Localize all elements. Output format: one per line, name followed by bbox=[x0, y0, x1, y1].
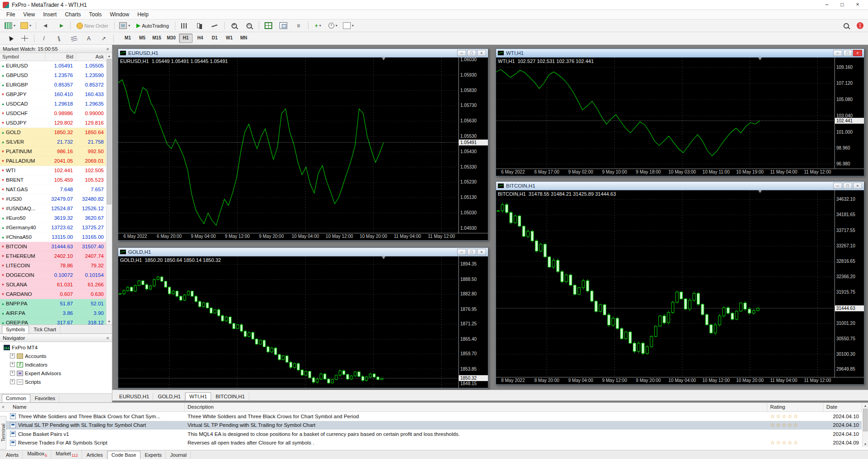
market-watch-row[interactable]: ▼NAT.GAS7.6487.657 bbox=[0, 185, 106, 194]
market-watch-row[interactable]: ▲EURGBP0.853570.85372 bbox=[0, 80, 106, 90]
navigator-tab-favorites[interactable]: Favorites bbox=[31, 394, 59, 402]
scroll-up-icon[interactable]: ▲ bbox=[106, 53, 112, 59]
chart-close-button[interactable]: × bbox=[853, 183, 862, 189]
terminal-scrollbar[interactable]: ▲ ▼ bbox=[862, 403, 868, 447]
chart-window-titlebar[interactable]: GOLD,H1 – □ × bbox=[118, 248, 488, 256]
fibonacci-tool-button[interactable] bbox=[67, 34, 81, 43]
autotrading-toggle[interactable]: AutoTrading bbox=[133, 21, 172, 31]
indicators-button[interactable]: +▾ bbox=[311, 21, 325, 31]
market-watch-row[interactable]: ▼LITECOIN78.8679.32 bbox=[0, 261, 106, 271]
cursor-tool-button[interactable] bbox=[3, 34, 16, 43]
chart-time-axis[interactable]: 6 May 20226 May 20:009 May 04:009 May 12… bbox=[118, 233, 459, 240]
chart-tab-bitcoin-h1[interactable]: BITCOIN,H1 bbox=[212, 392, 249, 401]
column-header-symbol[interactable]: Symbol bbox=[0, 53, 45, 61]
notification-badge[interactable]: 1 bbox=[857, 22, 863, 29]
trendline-tool-button[interactable]: / bbox=[37, 34, 51, 43]
market-watch-row[interactable]: ▼GBPJPY160.410160.433 bbox=[0, 90, 106, 99]
column-header-description[interactable]: Description bbox=[185, 403, 767, 411]
timeframe-m5[interactable]: M5 bbox=[135, 34, 149, 43]
chart-minimize-button[interactable]: – bbox=[833, 50, 842, 56]
market-watch-row[interactable]: ▼BRENT105.459105.523 bbox=[0, 175, 106, 185]
chart-close-button[interactable]: × bbox=[853, 50, 862, 56]
tile-windows-button[interactable] bbox=[262, 21, 275, 31]
chart-window-titlebar[interactable]: EURUSD,H1 – □ × bbox=[118, 49, 488, 58]
expert-advisors-button[interactable]: ▾ bbox=[117, 21, 132, 31]
market-watch-scrollbar[interactable]: ▲ ▼ bbox=[106, 53, 112, 324]
market-watch-row[interactable]: ▲AIRF.PA3.863.90 bbox=[0, 309, 106, 318]
chart-price-axis[interactable]: 34632.1034181.6533717.5533267.1032816.65… bbox=[835, 190, 864, 377]
title-bar[interactable]: FxPro - MetaTrader 4 - WTI,H1 – □ × bbox=[0, 0, 868, 10]
market-watch-row[interactable]: ▼BITCOIN31444.6331507.40 bbox=[0, 242, 106, 251]
terminal-close-icon[interactable]: × bbox=[2, 405, 5, 410]
market-watch-row[interactable]: ▼SOLANA61.03161.266 bbox=[0, 280, 106, 290]
chart-price-axis[interactable]: 1.060301.059301.058301.057301.056301.055… bbox=[459, 58, 488, 233]
expand-icon[interactable]: + bbox=[10, 371, 15, 376]
channel-tool-button[interactable]: ∥ bbox=[52, 34, 66, 43]
crosshair-tool-button[interactable] bbox=[18, 34, 31, 43]
market-watch-row[interactable]: ▲OREP.PA317.67318.12 bbox=[0, 318, 106, 324]
navigator-tab-common[interactable]: Common bbox=[2, 394, 30, 402]
chart-plot[interactable]: GOLD,H1 1850.20 1850.64 1850.14 1850.32 bbox=[118, 256, 459, 388]
column-header-ask[interactable]: Ask bbox=[76, 53, 106, 61]
scroll-down-icon[interactable]: ▼ bbox=[863, 441, 868, 447]
scroll-up-icon[interactable]: ▲ bbox=[863, 403, 868, 409]
new-order-button[interactable]: New Order bbox=[73, 21, 111, 31]
market-watch-row[interactable]: ▲#Euro503619.323620.67 bbox=[0, 213, 106, 223]
codebase-row[interactable]: Three White Soldiers and Three Black Cro… bbox=[0, 412, 862, 421]
chart-restore-button[interactable]: □ bbox=[467, 50, 476, 56]
close-icon[interactable]: × bbox=[106, 46, 109, 52]
menu-tools[interactable]: Tools bbox=[86, 10, 106, 19]
market-watch-row[interactable]: ▼DOGECOIN0.100720.10154 bbox=[0, 271, 106, 280]
terminal-tab-mailbox[interactable]: Mailbox6 bbox=[23, 449, 51, 459]
column-header-bid[interactable]: Bid bbox=[45, 53, 76, 61]
chart-restore-button[interactable]: □ bbox=[843, 183, 852, 189]
expand-icon[interactable]: + bbox=[10, 379, 15, 384]
navigator-root[interactable]: FxPro MT4 bbox=[0, 343, 112, 352]
chart-tab-eurusd-h1[interactable]: EURUSD,H1 bbox=[115, 392, 153, 401]
minimize-button[interactable]: – bbox=[819, 0, 834, 10]
chart-close-button[interactable]: × bbox=[477, 249, 486, 255]
terminal-tab-journal[interactable]: Journal bbox=[166, 451, 191, 459]
chart-restore-button[interactable]: □ bbox=[843, 50, 852, 56]
market-watch-row[interactable]: ▲EURUSD1.054911.05505 bbox=[0, 61, 106, 71]
chart-plot[interactable]: EURUSD,H1 1.05449 1.05491 1.05445 1.0549… bbox=[118, 58, 459, 233]
market-watch-row[interactable]: ▲SILVER21.73221.758 bbox=[0, 137, 106, 147]
maximize-button[interactable]: □ bbox=[834, 0, 850, 10]
menu-file[interactable]: File bbox=[3, 10, 19, 19]
market-watch-row[interactable]: ▲BNPP.PA51.8752.01 bbox=[0, 299, 106, 309]
market-watch-tab-symbols[interactable]: Symbols bbox=[2, 325, 29, 333]
chart-close-button[interactable]: × bbox=[477, 50, 486, 56]
text-tool-button[interactable]: A bbox=[82, 34, 96, 43]
menu-insert[interactable]: Insert bbox=[39, 10, 60, 19]
market-watch-row[interactable]: ▼USDJPY129.802129.816 bbox=[0, 118, 106, 128]
menu-view[interactable]: View bbox=[19, 10, 39, 19]
periods-button[interactable]: ▾ bbox=[326, 21, 340, 31]
arrows-tool-button[interactable]: ↗ bbox=[97, 34, 111, 43]
market-watch-row[interactable]: ▲GOLD1850.321850.64 bbox=[0, 128, 106, 137]
candlestick-chart-button[interactable] bbox=[193, 21, 207, 31]
market-watch-row[interactable]: ▼USDCHF0.989860.99000 bbox=[0, 109, 106, 118]
chart-price-axis[interactable]: 109.160107.120105.080103.040101.00098.96… bbox=[835, 58, 864, 169]
expand-icon[interactable]: + bbox=[10, 353, 15, 358]
column-header-name[interactable]: Name bbox=[10, 403, 185, 411]
timeframe-m30[interactable]: M30 bbox=[164, 34, 178, 43]
navigator-item-expert-advisors[interactable]: +Expert Advisors bbox=[0, 369, 112, 377]
terminal-tab-alerts[interactable]: Alerts bbox=[2, 451, 23, 459]
market-watch-row[interactable]: ▼WTI102.441102.505 bbox=[0, 166, 106, 175]
terminal-tab-experts[interactable]: Experts bbox=[141, 451, 166, 459]
market-watch-tab-tick-chart[interactable]: Tick Chart bbox=[29, 325, 60, 333]
bar-chart-button[interactable] bbox=[178, 21, 192, 31]
close-button[interactable]: × bbox=[850, 0, 865, 10]
zoom-out-button[interactable]: − bbox=[242, 21, 256, 31]
chart-restore-button[interactable]: □ bbox=[467, 249, 476, 255]
profiles-button[interactable]: ▾ bbox=[19, 21, 33, 31]
chart-tab-gold-h1[interactable]: GOLD,H1 bbox=[154, 392, 185, 401]
menu-charts[interactable]: Charts bbox=[61, 10, 84, 19]
navigator-titlebar[interactable]: Navigator × bbox=[0, 334, 112, 342]
templates-button[interactable]: ▾ bbox=[341, 21, 356, 31]
chart-shift-toggle[interactable] bbox=[39, 21, 53, 31]
terminal-tab-articles[interactable]: Articles bbox=[82, 451, 107, 459]
auto-scroll-toggle[interactable] bbox=[54, 21, 68, 31]
arrange-icons-button[interactable]: ≡ bbox=[292, 21, 305, 31]
zoom-in-button[interactable]: + bbox=[227, 21, 241, 31]
